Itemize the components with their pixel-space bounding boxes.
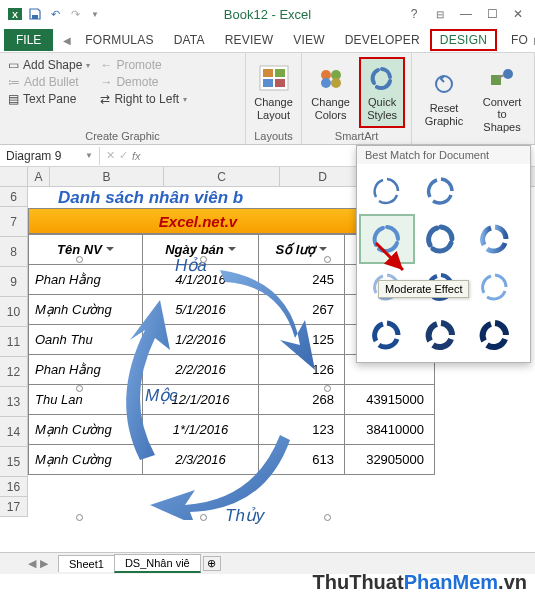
change-colors-icon xyxy=(315,64,347,92)
demote-button: →Demote xyxy=(98,74,189,90)
demote-icon: → xyxy=(100,75,112,89)
row-headers: 6 7 8 9 10 11 12 13 14 15 16 17 xyxy=(0,187,28,517)
row-9[interactable]: 9 xyxy=(0,267,27,297)
quick-style-item[interactable] xyxy=(415,168,467,214)
col-d[interactable]: D xyxy=(280,167,366,186)
doc-banner: Excel.net.v xyxy=(28,208,368,234)
quick-access-toolbar: X ↶ ↷ ▼ xyxy=(0,5,104,23)
svg-rect-6 xyxy=(263,79,273,87)
sheet-nav-next-icon[interactable]: ▶ xyxy=(40,557,48,570)
row-6[interactable]: 6 xyxy=(0,187,27,207)
right-to-left-button[interactable]: ⇄Right to Left▾ xyxy=(98,91,189,107)
ribbon: ▭Add Shape▾ ≔Add Bullet ▤Text Pane ←Prom… xyxy=(0,53,535,145)
svg-text:X: X xyxy=(12,10,18,20)
quick-style-item[interactable] xyxy=(469,264,521,310)
qat-customize-icon[interactable]: ▼ xyxy=(86,5,104,23)
tab-scroll-left-icon[interactable]: ◀ xyxy=(59,35,75,46)
cancel-formula-icon[interactable]: ✕ xyxy=(106,149,115,162)
quick-styles-button[interactable]: Quick Styles xyxy=(359,57,405,128)
reset-graphic-icon xyxy=(428,70,460,98)
svg-point-10 xyxy=(321,78,331,88)
redo-icon[interactable]: ↷ xyxy=(66,5,84,23)
annotation-arrow-icon xyxy=(373,240,413,280)
tab-file[interactable]: FILE xyxy=(4,29,53,51)
col-b[interactable]: B xyxy=(50,167,164,186)
convert-icon xyxy=(486,64,518,92)
table-row: Mạnh Cường2/3/201661332905000 xyxy=(29,445,435,475)
ribbon-tabs: FILE ◀ FORMULAS DATA REVIEW VIEW DEVELOP… xyxy=(0,28,535,53)
sheet-tab[interactable]: DS_Nhân viê xyxy=(114,554,201,573)
col-c[interactable]: C xyxy=(164,167,280,186)
row-11[interactable]: 11 xyxy=(0,327,27,357)
save-icon[interactable] xyxy=(26,5,44,23)
quick-style-item[interactable] xyxy=(469,168,521,214)
new-sheet-button[interactable]: ⊕ xyxy=(203,556,221,571)
tab-design[interactable]: DESIGN xyxy=(430,29,497,51)
minimize-icon[interactable]: — xyxy=(457,7,475,21)
change-colors-button[interactable]: Change Colors xyxy=(308,57,353,128)
row-10[interactable]: 10 xyxy=(0,297,27,327)
close-icon[interactable]: ✕ xyxy=(509,7,527,21)
svg-rect-7 xyxy=(275,79,285,87)
doc-title: Danh sách nhân viên b xyxy=(58,188,243,208)
group-label: Create Graphic xyxy=(6,128,239,142)
change-layout-button[interactable]: Change Layout xyxy=(252,57,295,128)
sheet-tab[interactable]: Sheet1 xyxy=(58,555,115,572)
help-icon[interactable]: ? xyxy=(405,7,423,21)
ribbon-collapse-icon[interactable]: ⊟ xyxy=(431,9,449,20)
fx-icon[interactable]: fx xyxy=(132,150,141,162)
table-row: Mạnh Cường1*/1/201612338410000 xyxy=(29,415,435,445)
reset-graphic-button[interactable]: Reset Graphic xyxy=(418,57,470,140)
row-14[interactable]: 14 xyxy=(0,417,27,447)
titlebar: X ↶ ↷ ▼ Book12 - Excel ? ⊟ — ☐ ✕ xyxy=(0,0,535,28)
ribbon-group-smartart: Change Colors Quick Styles SmartArt xyxy=(302,53,412,144)
text-pane-icon: ▤ xyxy=(8,92,19,106)
add-bullet-button: ≔Add Bullet xyxy=(6,74,92,90)
quick-style-item[interactable] xyxy=(361,312,413,358)
text-pane-button[interactable]: ▤Text Pane xyxy=(6,91,92,107)
row-7[interactable]: 7 xyxy=(0,207,27,237)
row-12[interactable]: 12 xyxy=(0,357,27,387)
tab-format[interactable]: FO xyxy=(501,29,530,51)
quick-style-item[interactable] xyxy=(415,312,467,358)
row-8[interactable]: 8 xyxy=(0,237,27,267)
excel-icon: X xyxy=(6,5,24,23)
row-13[interactable]: 13 xyxy=(0,387,27,417)
enter-formula-icon[interactable]: ✓ xyxy=(119,149,128,162)
tab-scroll-right-icon[interactable]: ▶ xyxy=(530,35,535,46)
row-16[interactable]: 16 xyxy=(0,477,27,497)
name-box[interactable]: Diagram 9▼ xyxy=(0,147,100,165)
group-label: Layouts xyxy=(252,128,295,142)
svg-point-11 xyxy=(331,78,341,88)
quick-style-item[interactable] xyxy=(415,216,467,262)
col-a[interactable]: A xyxy=(28,167,50,186)
right-to-left-icon: ⇄ xyxy=(100,92,110,106)
table-row: Thu Lan12/1/201626843915000 xyxy=(29,385,435,415)
tab-review[interactable]: REVIEW xyxy=(215,29,284,51)
undo-icon[interactable]: ↶ xyxy=(46,5,64,23)
quick-style-item[interactable] xyxy=(469,216,521,262)
maximize-icon[interactable]: ☐ xyxy=(483,7,501,21)
tab-data[interactable]: DATA xyxy=(164,29,215,51)
add-bullet-icon: ≔ xyxy=(8,75,20,89)
sheet-nav-prev-icon[interactable]: ◀ xyxy=(28,557,36,570)
ribbon-group-reset: Reset Graphic Convert to Shapes xyxy=(412,53,535,144)
add-shape-button[interactable]: ▭Add Shape▾ xyxy=(6,57,92,73)
svg-rect-5 xyxy=(275,69,285,77)
quick-style-item[interactable] xyxy=(361,168,413,214)
promote-icon: ← xyxy=(100,58,112,72)
row-15[interactable]: 15 xyxy=(0,447,27,477)
tab-developer[interactable]: DEVELOPER xyxy=(335,29,430,51)
row-17[interactable]: 17 xyxy=(0,497,27,517)
quick-styles-icon xyxy=(366,64,398,92)
tab-view[interactable]: VIEW xyxy=(283,29,334,51)
ribbon-group-create-graphic: ▭Add Shape▾ ≔Add Bullet ▤Text Pane ←Prom… xyxy=(0,53,246,144)
svg-rect-4 xyxy=(263,69,273,77)
convert-to-shapes-button[interactable]: Convert to Shapes xyxy=(476,57,528,140)
group-label: SmartArt xyxy=(308,128,405,142)
quick-style-item[interactable] xyxy=(469,312,521,358)
tab-formulas[interactable]: FORMULAS xyxy=(75,29,163,51)
svg-line-15 xyxy=(376,243,403,270)
promote-button: ←Promote xyxy=(98,57,189,73)
svg-rect-2 xyxy=(32,15,38,19)
